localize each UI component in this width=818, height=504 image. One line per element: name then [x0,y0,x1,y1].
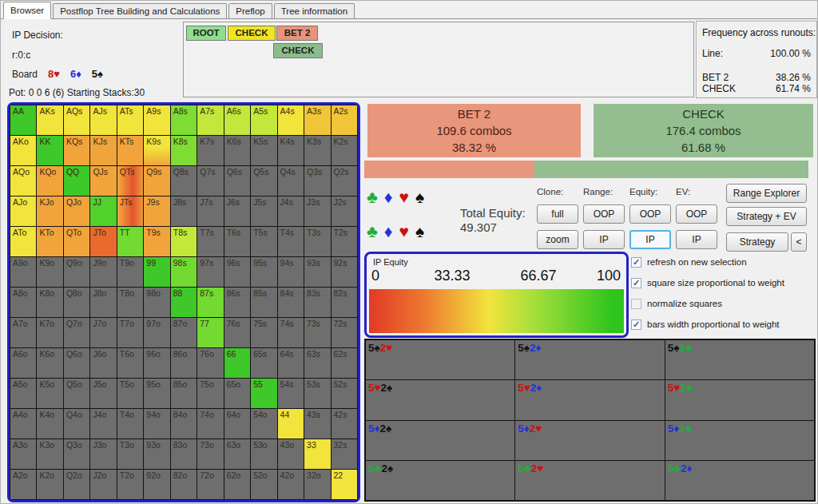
matrix-cell-T6s[interactable]: T6s [224,227,250,256]
matrix-cell-KJo[interactable]: KJo [37,196,62,226]
option-bars-width-proportional-to-weight[interactable]: ✓bars width proportional to weight [631,319,784,330]
combo-cell-5-2[interactable]: 5♥2♣ [665,380,814,419]
matrix-cell-63o[interactable]: 63o [224,439,250,469]
matrix-cell-52o[interactable]: 52o [251,470,276,499]
matrix-cell-K7s[interactable]: K7s [197,136,223,165]
matrix-cell-K5o[interactable]: K5o [37,379,62,408]
matrix-cell-K8o[interactable]: K8o [37,288,62,317]
matrix-cell-88[interactable]: 88 [171,288,197,317]
matrix-cell-76s[interactable]: 76s [224,318,250,347]
matrix-cell-T3s[interactable]: T3s [304,227,330,256]
matrix-cell-84o[interactable]: 84o [171,409,197,439]
matrix-cell-KQo[interactable]: KQo [37,166,62,196]
matrix-cell-A6o[interactable]: A6o [10,348,36,378]
range-ip-button[interactable]: IP [583,230,625,249]
matrix-cell-Q9s[interactable]: Q9s [144,166,169,196]
matrix-cell-T7s[interactable]: T7s [197,227,223,256]
matrix-cell-A9o[interactable]: A9o [10,257,36,287]
matrix-cell-KTo[interactable]: KTo [37,227,62,256]
matrix-cell-95s[interactable]: 95s [251,257,276,287]
matrix-cell-64s[interactable]: 64s [278,348,304,378]
matrix-cell-53s[interactable]: 53s [304,379,330,408]
matrix-cell-JTo[interactable]: JTo [90,227,116,256]
matrix-cell-T5s[interactable]: T5s [251,227,276,256]
matrix-cell-QTo[interactable]: QTo [64,227,89,256]
heart-icon[interactable]: ♥ [399,222,409,241]
matrix-cell-QTs[interactable]: QTs [117,166,143,196]
tree-node-check[interactable]: CHECK [228,26,276,41]
matrix-cell-K9s[interactable]: K9s [144,136,169,165]
matrix-cell-K5s[interactable]: K5s [251,136,276,165]
matrix-cell-62s[interactable]: 62s [332,348,357,378]
matrix-cell-T8o[interactable]: T8o [117,288,143,317]
matrix-cell-43s[interactable]: 43s [304,409,330,439]
matrix-cell-KJs[interactable]: KJs [90,136,116,165]
matrix-cell-A3s[interactable]: A3s [304,105,330,135]
matrix-cell-Q7s[interactable]: Q7s [197,166,223,196]
matrix-cell-Q6s[interactable]: Q6s [224,166,250,196]
combo-cell-5-2[interactable]: 5♣2♥ [515,461,664,500]
matrix-cell-83o[interactable]: 83o [171,439,197,469]
matrix-cell-Q5s[interactable]: Q5s [251,166,276,196]
matrix-cell-94o[interactable]: 94o [144,409,169,439]
matrix-cell-82o[interactable]: 82o [171,470,197,499]
matrix-cell-A4o[interactable]: A4o [10,409,36,439]
matrix-cell-33[interactable]: 33 [304,439,330,469]
matrix-cell-QJs[interactable]: QJs [90,166,116,196]
matrix-cell-ATo[interactable]: ATo [10,227,36,256]
matrix-cell-K6s[interactable]: K6s [224,136,250,165]
matrix-cell-Q7o[interactable]: Q7o [64,318,89,347]
matrix-cell-T3o[interactable]: T3o [117,439,143,469]
matrix-cell-J2o[interactable]: J2o [90,470,116,499]
tab-tree-information[interactable]: Tree information [274,3,355,18]
check-summary-box[interactable]: CHECK 176.4 combos 61.68 % [594,104,813,157]
matrix-cell-76o[interactable]: 76o [197,348,223,378]
matrix-cell-92o[interactable]: 92o [144,470,169,499]
matrix-cell-Q4o[interactable]: Q4o [64,409,89,439]
range-explorer-button[interactable]: Range Explorer [726,184,807,203]
matrix-cell-K4s[interactable]: K4s [278,136,304,165]
matrix-cell-T9s[interactable]: T9s [144,227,169,256]
matrix-cell-54o[interactable]: 54o [251,409,276,439]
matrix-cell-66[interactable]: 66 [224,348,250,378]
matrix-cell-K3s[interactable]: K3s [304,136,330,165]
matrix-cell-AJo[interactable]: AJo [10,196,36,226]
matrix-cell-T2o[interactable]: T2o [117,470,143,499]
bet2-summary-box[interactable]: BET 2 109.6 combos 38.32 % [367,104,581,157]
matrix-cell-Q4s[interactable]: Q4s [278,166,304,196]
matrix-cell-K6o[interactable]: K6o [37,348,62,378]
ev-oop-button[interactable]: OOP [676,204,717,224]
matrix-cell-AA[interactable]: AA [10,105,36,135]
matrix-cell-85s[interactable]: 85s [251,288,276,317]
matrix-cell-A2o[interactable]: A2o [10,470,36,499]
matrix-cell-KK[interactable]: KK [37,136,62,165]
matrix-cell-Q3s[interactable]: Q3s [304,166,330,196]
matrix-cell-T8s[interactable]: T8s [171,227,197,256]
matrix-cell-A7s[interactable]: A7s [197,105,223,135]
matrix-cell-94s[interactable]: 94s [278,257,304,287]
matrix-cell-74s[interactable]: 74s [278,318,304,347]
matrix-cell-A7o[interactable]: A7o [10,318,36,347]
diamond-icon[interactable]: ♦ [384,188,393,207]
matrix-cell-AQo[interactable]: AQo [10,166,36,196]
spade-icon[interactable]: ♠ [415,222,424,241]
matrix-cell-22[interactable]: 22 [332,470,357,499]
matrix-cell-95o[interactable]: 95o [144,379,169,408]
matrix-cell-K4o[interactable]: K4o [37,409,62,439]
club-icon[interactable]: ♣ [367,188,378,207]
matrix-cell-A8s[interactable]: A8s [171,105,197,135]
matrix-cell-QQ[interactable]: QQ [64,166,89,196]
matrix-cell-J4s[interactable]: J4s [278,196,304,226]
matrix-cell-T9o[interactable]: T9o [117,257,143,287]
matrix-cell-AKs[interactable]: AKs [37,105,62,135]
matrix-cell-AJs[interactable]: AJs [90,105,116,135]
matrix-cell-63s[interactable]: 63s [304,348,330,378]
matrix-cell-Q2o[interactable]: Q2o [64,470,89,499]
heart-icon[interactable]: ♥ [399,188,409,207]
matrix-cell-J7s[interactable]: J7s [197,196,223,226]
combo-cell-5-2[interactable]: 5♠2♣ [665,340,814,379]
tree-node-bet2[interactable]: BET 2 [276,26,318,41]
matrix-cell-T4o[interactable]: T4o [117,409,143,439]
matrix-cell-Q8s[interactable]: Q8s [171,166,197,196]
equity-ip-button[interactable]: IP [629,230,671,249]
